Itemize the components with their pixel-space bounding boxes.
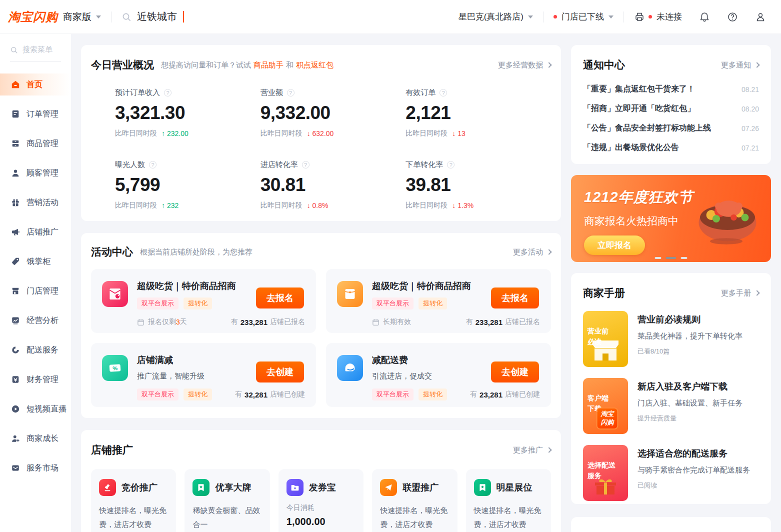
divider <box>624 12 624 22</box>
delta-down: ↓ 13 <box>452 130 465 138</box>
help-icon[interactable]: ? <box>302 161 310 168</box>
stat-value: 30.81 <box>260 174 406 196</box>
tag-conversion: 提转化 <box>418 298 447 310</box>
store-selector[interactable]: 星巴克(真北路店) <box>458 11 524 22</box>
create-button[interactable]: 去创建 <box>256 362 304 382</box>
analytics-icon <box>11 316 20 325</box>
wallet-icon <box>11 375 20 384</box>
growth-icon <box>11 434 20 443</box>
handbook-item[interactable]: 营业前 必读 营业前必读规则 菜品美化神器，提升下单转化率 已看8/10篇 <box>583 311 759 367</box>
sidebar-nav: 搜索菜单 首页 订单管理 商品管理 顾客管理 营销活动 <box>0 34 71 532</box>
sidebar-item-analytics[interactable]: 经营分析 <box>0 310 71 332</box>
carousel-dot[interactable] <box>655 257 662 259</box>
sidebar-item-service-market[interactable]: 服务市场 <box>0 457 71 479</box>
more-handbook-link[interactable]: 更多手册 <box>721 288 759 298</box>
sidebar-item-label: 配送服务 <box>26 345 58 356</box>
notification-date: 07.21 <box>736 144 759 152</box>
header-search-input[interactable]: 近铁城市 <box>122 10 184 24</box>
carousel-dot[interactable] <box>681 257 688 259</box>
coupon-folder-icon <box>286 479 304 496</box>
sidebar-item-growth[interactable]: 商家成长 <box>0 428 71 450</box>
sidebar-item-home[interactable]: 首页 <box>0 74 71 96</box>
help-icon[interactable]: ? <box>447 161 454 168</box>
calendar-icon <box>372 318 380 326</box>
sidebar-item-promotion[interactable]: 店铺推广 <box>0 221 71 243</box>
promo-card-star-slot[interactable]: 明星展位 快速提排名，曝光免费，进店才收费 <box>466 469 551 532</box>
sidebar-item-customers[interactable]: 顾客管理 <box>0 162 71 184</box>
stat-value: 5,799 <box>115 174 260 196</box>
sidebar-item-label: 商品管理 <box>26 138 58 149</box>
tag-dual-platform: 双平台展示 <box>372 298 414 310</box>
printer-icon <box>634 12 645 22</box>
product-helper-link[interactable]: 商品助手 <box>254 60 284 69</box>
text-cursor <box>183 11 184 22</box>
sidebar-item-stores[interactable]: 门店管理 <box>0 280 71 302</box>
signup-count: 233,281 <box>476 318 502 326</box>
more-notifications-link[interactable]: 更多通知 <box>721 60 759 70</box>
carousel-dots[interactable] <box>655 257 688 259</box>
notification-date: 08.20 <box>736 105 759 113</box>
signup-button[interactable]: 去报名 <box>256 288 304 308</box>
more-activities-link[interactable]: 更多活动 <box>513 248 551 257</box>
sidebar-item-label: 饿掌柜 <box>26 256 50 267</box>
store-status-selector[interactable]: 门店已下线 <box>562 11 604 22</box>
promo-card-bidding[interactable]: 竞价推广 快速提排名，曝光免费，进店才收费 <box>91 469 176 532</box>
sidebar-item-label: 商家成长 <box>26 434 58 444</box>
bell-icon <box>699 12 710 22</box>
notification-text: 「违规」出餐场景优化公告 <box>583 142 679 153</box>
sidebar-item-marketing[interactable]: 营销活动 <box>0 192 71 214</box>
more-promotion-link[interactable]: 更多推广 <box>513 446 551 455</box>
help-icon[interactable]: ? <box>287 89 294 96</box>
sidebar-item-delivery[interactable]: 配送服务 <box>0 339 71 361</box>
paper-plane-icon <box>380 479 397 496</box>
sidebar-item-goods[interactable]: 商品管理 <box>0 132 71 154</box>
create-button[interactable]: 去创建 <box>491 362 539 382</box>
delta-down: ↓ 1.3% <box>452 202 474 210</box>
help-icon[interactable]: ? <box>440 89 447 96</box>
printer-status[interactable]: 未连接 <box>634 11 682 22</box>
handbook-item[interactable]: 客户端 下载 淘宝 闪购 新店入驻及客户端下载 门店入驻、基础设置、新手任务 提… <box>583 378 759 434</box>
divider <box>543 12 544 22</box>
notification-item[interactable]: 「招商」立即开通「吃货红包」 08.20 <box>583 104 759 114</box>
more-business-data-link[interactable]: 更多经营数据 <box>498 60 551 70</box>
sidebar-item-label: 服务市场 <box>26 463 58 474</box>
notification-item[interactable]: 「公告」食品安全封签打标功能上线 07.26 <box>583 123 759 134</box>
help-button[interactable] <box>727 12 738 22</box>
delta-down: ↓ 632.00 <box>307 130 334 138</box>
notification-item[interactable]: 「违规」出餐场景优化公告 07.21 <box>583 142 759 153</box>
sidebar-search-input[interactable]: 搜索菜单 <box>10 45 61 62</box>
handbook-thumb-delivery-service: 选择配送 服务 <box>583 445 628 501</box>
chevron-down-icon[interactable] <box>528 16 533 18</box>
chevron-down-icon[interactable] <box>608 16 614 18</box>
promo-card-coupon[interactable]: 发券宝 今日消耗 1,000.00 获取流量 <box>278 469 364 532</box>
edition-label: 商家版 <box>63 10 92 24</box>
notification-date: 07.26 <box>736 124 759 132</box>
help-icon[interactable]: ? <box>164 89 172 96</box>
signup-button[interactable]: 去报名 <box>491 288 539 308</box>
promo-card-alliance[interactable]: 联盟推广 快速提排名，曝光免费，进店才收费 <box>372 469 457 532</box>
chevron-right-icon <box>546 62 552 68</box>
promo-card-premium-brand[interactable]: 优享大牌 稀缺黄金橱窗、品效合一 <box>184 469 270 532</box>
banner-signup-button[interactable]: 立即报名 <box>584 236 645 255</box>
handbook-title: 商家手册 <box>583 286 625 300</box>
user-icon <box>755 12 766 22</box>
sidebar-item-finance[interactable]: 财务管理 <box>0 368 71 390</box>
helmet-icon <box>337 355 363 381</box>
account-button[interactable] <box>755 12 766 22</box>
sidebar-item-ezhanggui[interactable]: 饿掌柜 <box>0 250 71 272</box>
red-packet-link[interactable]: 积点返红包 <box>296 60 334 69</box>
help-icon[interactable]: ? <box>149 161 156 168</box>
campaign-banner[interactable]: 1212年度狂欢节 商家报名火热招商中 立即报名 <box>571 175 771 262</box>
chevron-down-icon[interactable] <box>96 16 101 18</box>
tag-dual-platform: 双平台展示 <box>137 388 178 400</box>
sidebar-item-video-live[interactable]: 短视频直播 <box>0 398 71 420</box>
notification-item[interactable]: 「重要」集点返红包干货来了！ 08.21 <box>583 84 759 94</box>
carousel-dot-active[interactable] <box>666 257 676 259</box>
activity-center-card: 活动中心 根据当前店铺所处阶段，为您推荐 更多活动 超级吃货｜特价商品招商 双平… <box>81 233 561 418</box>
notification-bell-button[interactable] <box>699 12 710 22</box>
stat-value: 9,332.00 <box>260 102 406 124</box>
sidebar-item-orders[interactable]: 订单管理 <box>0 103 71 125</box>
svg-text:%: % <box>112 365 118 372</box>
handbook-item[interactable]: 选择配送 服务 选择适合您的配送服务 与骑手紧密合作完成订单配送服务 已阅读 <box>583 445 759 501</box>
deadline-days: 3 <box>176 318 180 326</box>
